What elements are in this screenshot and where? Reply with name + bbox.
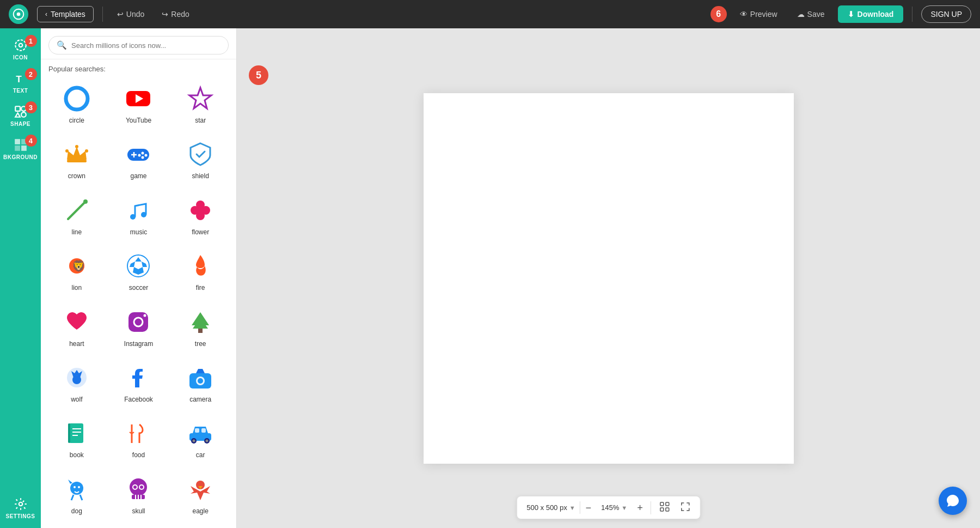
- sidebar-item-background[interactable]: 4 BKGROUND: [2, 132, 39, 165]
- icon-label-fire: fire: [196, 284, 205, 292]
- sidebar-item-icon[interactable]: 1 ICON: [2, 33, 39, 65]
- list-item[interactable]: book: [46, 412, 107, 466]
- svg-rect-11: [15, 145, 20, 151]
- bottom-bar: 500 x 500 px ▼ − 145% ▼ +: [516, 496, 701, 519]
- svg-point-29: [138, 154, 141, 157]
- svg-rect-8: [21, 112, 26, 117]
- download-label: Download: [857, 10, 894, 19]
- list-item[interactable]: skull: [108, 468, 169, 523]
- preview-icon: 👁: [740, 10, 748, 19]
- instagram-icon-img: [124, 307, 153, 337]
- list-item[interactable]: shield: [170, 133, 231, 187]
- grid-icon: [660, 502, 670, 512]
- skull-icon-img: [124, 475, 153, 504]
- fire-icon-img: [186, 251, 215, 281]
- list-item[interactable]: star: [170, 77, 231, 132]
- svg-point-33: [141, 212, 146, 217]
- svg-rect-58: [68, 423, 70, 443]
- list-item[interactable]: eagle: [170, 468, 231, 523]
- canvas-area: 5 500 x 500 px ▼ − 145% ▼ +: [237, 28, 980, 528]
- list-item[interactable]: music: [108, 189, 169, 244]
- list-item[interactable]: flower: [170, 189, 231, 244]
- left-sidebar: 1 ICON 2 T TEXT 3 SHAPE 4: [0, 28, 41, 528]
- canvas-white[interactable]: [424, 93, 794, 464]
- zoom-in-button[interactable]: +: [634, 502, 646, 514]
- list-item[interactable]: 🦁 lion: [46, 245, 107, 299]
- list-item[interactable]: crown: [46, 133, 107, 187]
- svg-point-79: [140, 485, 143, 489]
- templates-button[interactable]: ‹ Templates: [37, 6, 94, 22]
- list-item[interactable]: YouTube: [108, 77, 169, 132]
- save-button[interactable]: ☁ Save: [791, 7, 831, 22]
- sidebar-item-settings[interactable]: SETTINGS: [2, 491, 39, 524]
- sidebar-badge-4: 4: [25, 135, 37, 147]
- svg-point-73: [78, 486, 80, 488]
- svg-point-26: [142, 152, 144, 155]
- circle-icon-img: [62, 84, 91, 113]
- list-item[interactable]: wolf: [46, 356, 107, 411]
- svg-rect-12: [21, 145, 27, 151]
- wolf-icon-img: [62, 363, 91, 392]
- icon-label-game: game: [130, 172, 146, 180]
- list-item[interactable]: Instagram: [108, 301, 169, 355]
- list-item[interactable]: camera: [170, 356, 231, 411]
- icons-grid: circle YouTube star: [41, 77, 236, 528]
- soccer-icon-img: [124, 251, 153, 281]
- zoom-out-button[interactable]: −: [583, 502, 595, 514]
- list-item[interactable]: game: [108, 133, 169, 187]
- divider2: [912, 7, 912, 22]
- svg-point-28: [142, 156, 144, 159]
- download-button[interactable]: ⬇ Download: [838, 5, 904, 23]
- icon-panel: 🔍 Popular searches: circle: [41, 28, 237, 528]
- icon-label-food: food: [132, 451, 145, 459]
- svg-rect-51: [198, 329, 203, 333]
- svg-point-53: [72, 375, 81, 384]
- undo-icon: ↩: [117, 10, 124, 19]
- svg-rect-57: [69, 423, 83, 443]
- svg-point-31: [83, 199, 88, 204]
- list-item[interactable]: soccer: [108, 245, 169, 299]
- list-item[interactable]: car: [170, 412, 231, 466]
- svg-point-20: [65, 149, 69, 153]
- camera-icon-img: [186, 363, 215, 392]
- redo-button[interactable]: ↪ Redo: [156, 7, 194, 22]
- search-box[interactable]: 🔍: [48, 36, 229, 54]
- svg-rect-87: [666, 508, 669, 511]
- signup-button[interactable]: SIGN UP: [921, 5, 971, 23]
- icon-label-wolf: wolf: [71, 396, 82, 403]
- preview-button[interactable]: 👁 Preview: [733, 7, 784, 22]
- size-dropdown[interactable]: 500 x 500 px ▼: [522, 501, 580, 514]
- grid-button[interactable]: [656, 500, 674, 515]
- icon-label-skull: skull: [132, 507, 145, 515]
- search-input[interactable]: [71, 41, 220, 50]
- templates-label: Templates: [51, 10, 85, 19]
- sidebar-item-text[interactable]: 2 T TEXT: [2, 66, 39, 98]
- sidebar-item-shape[interactable]: 3 SHAPE: [2, 99, 39, 131]
- zoom-value[interactable]: 145% ▼: [597, 501, 632, 514]
- undo-button[interactable]: ↩ Undo: [112, 7, 150, 22]
- tree-icon-img: [186, 307, 215, 337]
- icon-label-soccer: soccer: [129, 284, 148, 292]
- chat-button[interactable]: [939, 487, 967, 515]
- svg-rect-66: [201, 428, 206, 433]
- fit-button[interactable]: [676, 500, 695, 515]
- sidebar-badge-2: 2: [25, 68, 37, 80]
- list-item[interactable]: line: [46, 189, 107, 244]
- list-item[interactable]: heart: [46, 301, 107, 355]
- divider: [102, 7, 103, 22]
- list-item[interactable]: Facebook: [108, 356, 169, 411]
- svg-point-2: [19, 44, 22, 47]
- list-item[interactable]: tree: [170, 301, 231, 355]
- svg-rect-9: [15, 139, 20, 144]
- dog-icon-img: [62, 475, 91, 504]
- list-item[interactable]: dog: [46, 468, 107, 523]
- sidebar-badge-1: 1: [25, 35, 37, 47]
- icon-label-instagram: Instagram: [124, 340, 153, 348]
- sidebar-shape-label: SHAPE: [10, 121, 30, 127]
- list-item[interactable]: circle: [46, 77, 107, 132]
- lion-icon-img: 🦁: [62, 251, 91, 281]
- list-item[interactable]: fire: [170, 245, 231, 299]
- list-item[interactable]: food: [108, 412, 169, 466]
- icon-label-eagle: eagle: [192, 507, 208, 515]
- svg-point-27: [145, 154, 148, 157]
